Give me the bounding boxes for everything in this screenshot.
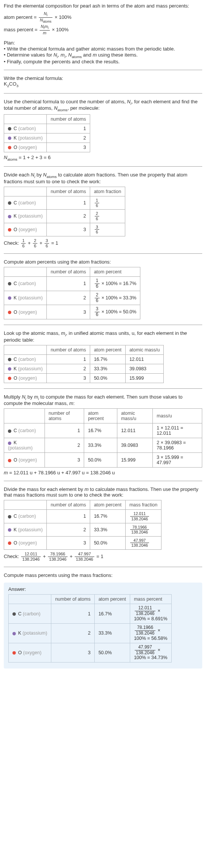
- mass-table: number of atomsatom percentatomic mass/u…: [4, 408, 202, 468]
- oxygen-dot-icon: [12, 651, 16, 655]
- potassium-dot-icon: [12, 632, 16, 635]
- step5-title: Look up the atomic mass, mi, in unified …: [4, 330, 202, 343]
- times-100: × 100%: [55, 14, 71, 20]
- atom-percent-formula: atom percent = Ni Natoms × 100%: [4, 12, 202, 24]
- table-row: C (carbon)116.7%12.011138.2046: [4, 510, 161, 523]
- table-row: K (potassium)2: [4, 133, 90, 143]
- step3-title: Divide each Ni by Natoms to calculate at…: [4, 172, 202, 184]
- potassium-dot-icon: [8, 367, 11, 371]
- carbon-dot-icon: [8, 515, 11, 518]
- table-row: C (carbon)116: [4, 196, 125, 210]
- carbon-dot-icon: [8, 201, 11, 205]
- table-row: K (potassium)233.3%78.1966138.2046: [4, 523, 161, 536]
- answer-box: Answer: number of atomsatom percentmass …: [4, 583, 202, 669]
- answer-label: Answer:: [8, 586, 198, 592]
- step3-check: Check: 16 + 26 + 36 = 1: [4, 239, 202, 248]
- potassium-dot-icon: [8, 442, 11, 445]
- table-header-row: number of atomsatom percentatomic mass/u: [4, 345, 164, 354]
- atom-percent-lhs: atom percent =: [4, 14, 37, 20]
- times-100: × 100%: [52, 27, 68, 32]
- step2-title: Use the chemical formula to count the nu…: [4, 99, 202, 112]
- table-header-row: number of atomsatom percentmass fraction: [4, 500, 161, 510]
- potassium-dot-icon: [8, 296, 11, 300]
- step4-section: Compute atom percents using the atom fra…: [4, 259, 202, 319]
- intro-section: Find the elemental composition for pearl…: [4, 3, 202, 35]
- step4-title: Compute atom percents using the atom fra…: [4, 259, 202, 265]
- step7-check: Check: 12.011138.2046 + 78.1966138.2046 …: [4, 552, 202, 561]
- table-header-row: number of atomsatom fraction: [4, 187, 125, 196]
- divider: [4, 93, 202, 94]
- carbon-dot-icon: [12, 612, 16, 616]
- plan-title: Plan:: [4, 40, 202, 46]
- carbon-dot-icon: [8, 429, 11, 433]
- table-row: O (oxygen)350.0%47.997138.2046: [4, 536, 161, 549]
- divider: [4, 253, 202, 254]
- oxygen-dot-icon: [8, 228, 11, 232]
- plan-line1: • Write the chemical formula and gather …: [4, 46, 202, 52]
- divider: [4, 166, 202, 167]
- table-row: C (carbon)116 × 100% = 16.7%: [4, 276, 140, 291]
- carbon-dot-icon: [8, 127, 11, 130]
- carbon-dot-icon: [8, 358, 11, 361]
- table-header-row: number of atoms: [4, 114, 90, 124]
- table-header-row: number of atomsatom percent: [4, 267, 140, 276]
- answer-table: number of atomsatom percentmass percent …: [8, 594, 172, 663]
- atomic-mass-table: number of atomsatom percentatomic mass/u…: [4, 345, 164, 383]
- oxygen-dot-icon: [8, 459, 11, 462]
- table-row: C (carbon)1: [4, 124, 90, 133]
- atom-percent-table: number of atomsatom percent C (carbon)11…: [4, 267, 140, 319]
- oxygen-dot-icon: [8, 311, 11, 314]
- divider: [4, 481, 202, 481]
- divider: [4, 70, 202, 70]
- divider: [4, 388, 202, 389]
- table-row: O (oxygen)350.0%15.999: [4, 373, 164, 383]
- mass-fraction-table: number of atomsatom percentmass fraction…: [4, 500, 161, 550]
- divider: [4, 325, 202, 325]
- table-row: C (carbon)116.7%12.011138.2046 ×100% = 8…: [9, 604, 172, 624]
- oxygen-dot-icon: [8, 377, 11, 380]
- mass-percent-fraction: Nimi m: [40, 25, 50, 35]
- table-row: K (potassium)226 × 100% = 33.3%: [4, 291, 140, 305]
- oxygen-dot-icon: [8, 541, 11, 545]
- divider: [4, 567, 202, 567]
- step7-section: Divide the mass for each element by m to…: [4, 486, 202, 561]
- plan-section: Plan: • Write the chemical formula and g…: [4, 40, 202, 65]
- step1-title: Write the chemical formula:: [4, 75, 202, 81]
- table-row: K (potassium)233.3%39.09832 × 39.0983 = …: [4, 438, 202, 453]
- oxygen-dot-icon: [8, 146, 11, 149]
- potassium-dot-icon: [8, 136, 11, 140]
- potassium-dot-icon: [8, 215, 11, 218]
- table-row: O (oxygen)350.0%15.9993 × 15.999 = 47.99…: [4, 453, 202, 468]
- table-row: K (potassium)233.3%78.1966138.2046 ×100%…: [9, 623, 172, 643]
- table-row: O (oxygen)336 × 100% = 50.0%: [4, 305, 140, 319]
- table-row: K (potassium)226: [4, 210, 125, 223]
- mass-percent-formula: mass percent = Nimi m × 100%: [4, 25, 202, 35]
- table-row: C (carbon)116.7%12.011: [4, 354, 164, 364]
- step7-title: Divide the mass for each element by m to…: [4, 486, 202, 498]
- step2-section: Use the chemical formula to count the nu…: [4, 99, 202, 161]
- table-row: O (oxygen)3: [4, 143, 90, 152]
- col-atoms: number of atoms: [47, 114, 90, 124]
- table-row: K (potassium)233.3%39.0983: [4, 364, 164, 373]
- step6-title: Multiply Ni by mi to compute the mass fo…: [4, 394, 202, 406]
- mass-percent-lhs: mass percent =: [4, 27, 37, 32]
- molecular-mass-sum: m = 12.011 u + 78.1966 u + 47.997 u = 13…: [4, 470, 202, 475]
- table-row: O (oxygen)350.0%47.997138.2046 ×100% = 3…: [9, 643, 172, 663]
- prompt-text: Find the elemental composition for pearl…: [4, 3, 202, 9]
- potassium-dot-icon: [8, 528, 11, 532]
- table-row: C (carbon)116.7%12.0111 × 12.011 = 12.01…: [4, 423, 202, 438]
- table-row: O (oxygen)336: [4, 223, 125, 236]
- atom-percent-fraction: Ni Natoms: [39, 12, 53, 24]
- step8-title: Compute mass percents using the mass fra…: [4, 572, 202, 578]
- step8-section: Compute mass percents using the mass fra…: [4, 572, 202, 578]
- step1-section: Write the chemical formula: K2CO3: [4, 75, 202, 88]
- atoms-table: number of atoms C (carbon)1 K (potassium…: [4, 114, 90, 152]
- natoms-sum: Natoms = 1 + 2 + 3 = 6: [4, 155, 202, 161]
- step3-section: Divide each Ni by Natoms to calculate at…: [4, 172, 202, 248]
- table-header-row: number of atomsatom percentmass percent: [9, 595, 172, 604]
- plan-line2: • Determine values for Ni, mi, Natoms an…: [4, 52, 202, 59]
- carbon-dot-icon: [8, 282, 11, 285]
- chemical-formula: K2CO3: [4, 81, 202, 88]
- plan-line3: • Finally, compute the percents and chec…: [4, 59, 202, 64]
- atom-fraction-table: number of atomsatom fraction C (carbon)1…: [4, 187, 125, 236]
